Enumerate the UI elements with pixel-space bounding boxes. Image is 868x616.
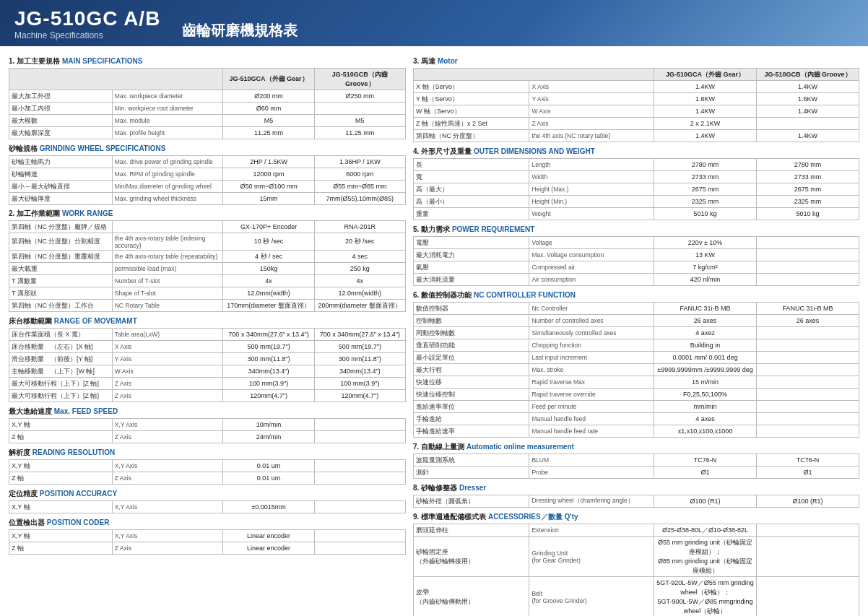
auto-header: 7. 自動線上量測 Automatic online measurement <box>413 442 859 452</box>
table-row: 滑台移動量 （前後）[Y 軸]Y Axis300 mm(11.8")300 mm… <box>9 353 406 365</box>
table-row: 最大可移動行程（上下）[Z 軸]Z Axis120mm(4.7")120mm(4… <box>9 390 406 402</box>
coder-table: X,Y 軸X,Y AxisLinear encoderZ 軸Z AxisLine… <box>9 529 406 555</box>
resolution-header: 解析度 READING RESOLUTION <box>9 448 406 458</box>
table-row: 砂輪固定座 （外齒砂輪轉接用）Grinding Unit (for Gear G… <box>414 537 859 577</box>
feed-speed-table: X,Y 軸X,Y Axis10m/minZ 軸Z Axis24m/min <box>9 418 406 443</box>
section2-header: 2. 加工作業範圍 WORK RANGE <box>9 209 406 219</box>
table-row: 皮帶 （內齒砂輪傳動用）Belt (for Groove Grinder)5GT… <box>414 577 859 617</box>
table-row: 手輪進給Manual handle feed4 axes <box>414 413 859 425</box>
table-row: X,Y 軸X,Y Axis±0.0015mm <box>9 501 406 513</box>
accessories-table: 磨頭延伸柱ExtensionØ25-Ø38-80L／Ø10-Ø38-82L砂輪固… <box>413 524 859 616</box>
table-move-table: 床台作業面積（長 X 寬）Table area(LxW)700 x 340mm(… <box>9 328 406 402</box>
table-move-header: 床台移動範圍 RANGE OF MOVEMAMT <box>9 316 406 326</box>
table-row: 砂輪轉速Max. RPM of grinding spindle12000 rp… <box>9 168 406 181</box>
dresser-header: 8. 砂輪修整器 Dresser <box>413 483 859 493</box>
position-header: 定位精度 POSITION ACCURACY <box>9 489 406 499</box>
power-header: 5. 動力需求 POWER REQUIREMENT <box>413 225 859 235</box>
right-column: 3. 馬達 Motor JG-510GCA（外齒 Gear） JG-510GCB… <box>413 52 859 616</box>
table-row: 最大模數Max. moduleM5M5 <box>9 115 406 127</box>
motor-col2: JG-510GCB（內齒 Groove） <box>757 69 859 81</box>
table-row: 最小加工內徑Min. workpiece root diameterØ60 mm <box>9 103 406 115</box>
table-row: 快速位移Rapid traverse Max15 m/min <box>414 376 859 389</box>
motor-col0 <box>414 69 654 81</box>
feed-speed-header: 最大進給速度 Max. FEED SPEED <box>9 407 406 417</box>
accessories-header: 9. 標準週邊配備樣式表 ACCESSORIES／數量 Q'ty <box>413 512 859 522</box>
table-row: 數值控制器Nc ControllerFANUC 31i-B MBFANUC 31… <box>414 303 859 315</box>
grinding-table: 砂輪主軸馬力Max. drive power of grinding spind… <box>9 155 406 205</box>
table-row: X,Y 軸X,Y Axis10m/min <box>9 419 406 431</box>
table-row: 主軸移動量 （上下）[W 軸]W Axis340mm(13.4")340mm(1… <box>9 365 406 378</box>
table-row: 最小～最大砂輪直徑Min/Max.diameter of grinding wh… <box>9 181 406 193</box>
table-row: T 溝數量Number of T-slot4x4x <box>9 275 406 287</box>
table-row: 波龍量測系統BLUMTC76-NTC76-N <box>414 454 859 467</box>
table-row: 最大輪廓深度Max. profile height11.25 mm11.25 m… <box>9 127 406 139</box>
auto-table: 波龍量測系統BLUMTC76-NTC76-N測針ProbeØ1Ø1 <box>413 454 859 479</box>
table-row: 最大消耗電力Max. Voltage consumption13 KW <box>414 249 859 261</box>
table-row: 最大行程Max. stroke±9999.9999mm /±9999.9999 … <box>414 364 859 376</box>
dresser-table: 砂輪外徑（圓弧角）Dressing wheel（chamfering angle… <box>413 495 859 508</box>
table-row: 最小設定單位Last input increment0.0001 mm/ 0.0… <box>414 352 859 364</box>
table-row: 手輪進給速率Manual handle feed ratex1,x10,x100… <box>414 425 859 438</box>
position-table: X,Y 軸X,Y Axis±0.0015mm <box>9 500 406 513</box>
table-row: 進給速率單位Feed per minutemm/min <box>414 401 859 413</box>
power-table: 電壓Voltage220v ± 10%最大消耗電力Max. Voltage co… <box>413 236 859 286</box>
main-specs-col2: JG-510GCB（內齒 Groove） <box>314 69 405 90</box>
table-row: 最大加工外徑Max. workpiece diameterØ200 mmØ250… <box>9 90 406 103</box>
table-row: 寬Width2733 mm2733 mm <box>414 171 859 183</box>
model-title: JG-510GC A/B <box>14 7 160 30</box>
section1-header: 1. 加工主要規格 MAIN SPECIFICATIONS <box>9 56 406 66</box>
table-row: 快速位移控制Rapid traverse overrideF0,25,50,10… <box>414 389 859 401</box>
header-left: JG-510GC A/B Machine Specifications <box>14 7 160 40</box>
motor-table: JG-510GCA（外齒 Gear） JG-510GCB（內齒 Groove） … <box>413 68 859 142</box>
grinding-header: 砂輪規格 GRINDING WHEEL SPECIFICATIONS <box>9 144 406 154</box>
table-row: 高（最小）Height (Min.)2325 mm2325 mm <box>414 196 859 208</box>
table-row: 高（最大）Height (Max.)2675 mm2675 mm <box>414 183 859 196</box>
model-subtitle: Machine Specifications <box>14 30 160 40</box>
table-row: T 溝形狀Shape of T-slot12.0mm(width)12.0mm(… <box>9 287 406 300</box>
table-row: 砂輪外徑（圓弧角）Dressing wheel（chamfering angle… <box>414 495 859 508</box>
table-row: 第四軸（NC 分度盤）the 4th axis (NC rotary table… <box>414 130 859 142</box>
table-row: 床台移動量 （左右）[X 軸]X Axis500 mm(19.7")500 mm… <box>9 341 406 353</box>
table-row: 控制軸數Number of controlled axes26 axes26 a… <box>414 315 859 327</box>
fourth-axis-table: 第四軸（NC 分度盤）廠牌／規格GX-170P+ EncoderRNA-201R… <box>9 220 406 312</box>
main-specs-col1: JG-510GCA（外齒 Gear） <box>223 69 314 90</box>
coder-header: 位置檢出器 POSITION CODER <box>9 518 406 528</box>
table-row: 第四軸（NC 分度盤）重覆精度the 4th axis-rotary table… <box>9 251 406 263</box>
table-row: X,Y 軸X,Y AxisLinear encoder <box>9 530 406 542</box>
table-row: 最大可移動行程（上下）[Z 軸]Z Axis100 mm(3.9")100 mm… <box>9 378 406 390</box>
nc-header: 6. 數值控制器功能 NC CONTROLLER FUNCTION <box>413 290 859 300</box>
page: JG-510GC A/B Machine Specifications 齒輪研磨… <box>0 0 868 616</box>
table-row: 床台作業面積（長 X 寬）Table area(LxW)700 x 340mm(… <box>9 329 406 341</box>
main-specs-table: JG-510GCA（外齒 Gear） JG-510GCB（內齒 Groove） … <box>9 68 406 139</box>
main-content: 1. 加工主要規格 MAIN SPECIFICATIONS JG-510GCA（… <box>0 46 868 616</box>
table-row: Z 軸Z Axis24m/min <box>9 431 406 443</box>
resolution-table: X,Y 軸X,Y Axis0.01 umZ 軸Z Axis0.01 um <box>9 459 406 485</box>
table-row: 第四軸（NC 分度盤）分割精度the 4th axis-rotary table… <box>9 233 406 251</box>
nc-table: 數值控制器Nc ControllerFANUC 31i-B MBFANUC 31… <box>413 302 859 438</box>
table-row: 長Length2780 mm2780 mm <box>414 159 859 171</box>
table-row: 最大砂輪厚度Max. grinding wheel thickness15mm7… <box>9 193 406 205</box>
machine-spec-cn: 齒輪研磨機規格表 <box>182 21 854 40</box>
left-column: 1. 加工主要規格 MAIN SPECIFICATIONS JG-510GCA（… <box>9 52 406 616</box>
table-row: 垂直研削功能Chopping functionBuilding in <box>414 339 859 352</box>
outer-dim-table: 長Length2780 mm2780 mm寬Width2733 mm2733 m… <box>413 158 859 220</box>
table-row: 重量Weight5010 kg5010 kg <box>414 208 859 220</box>
table-row: 第四軸（NC 分度盤）工作台NC Rotary Table170mm(diame… <box>9 300 406 312</box>
table-row: Z 軸Z Axis0.01 um <box>9 472 406 485</box>
motor-col1: JG-510GCA（外齒 Gear） <box>654 69 757 81</box>
header-right: 齒輪研磨機規格表 <box>182 21 854 40</box>
table-row: Z 軸（線性馬達）x 2 SetZ Axis2 x 2.1KW <box>414 118 859 130</box>
table-row: X 軸（Servo）X Axis1.4KW1.4KW <box>414 81 859 93</box>
table-row: 同動控制軸數Simultaneously controlled axes4 ax… <box>414 327 859 339</box>
main-specs-col0 <box>9 69 223 90</box>
table-row: 磨頭延伸柱ExtensionØ25-Ø38-80L／Ø10-Ø38-82L <box>414 524 859 537</box>
table-row: 電壓Voltage220v ± 10% <box>414 237 859 249</box>
table-row: 測針ProbeØ1Ø1 <box>414 467 859 479</box>
table-row: 最大載重permissible load (max)150kg250 kg <box>9 263 406 275</box>
table-row: W 軸（Servo）W Axis1.4KW1.4KW <box>414 105 859 118</box>
table-row: Y 軸（Servo）Y Axis1.6KW1.6KW <box>414 93 859 105</box>
outer-dim-header: 4. 外形尺寸及重量 OUTER DIMENSIONS AND WEIGHT <box>413 147 859 157</box>
table-row: X,Y 軸X,Y Axis0.01 um <box>9 460 406 472</box>
table-row: 氣壓Compressed air7 kg/cm² <box>414 261 859 274</box>
motor-header: 3. 馬達 Motor <box>413 56 859 66</box>
